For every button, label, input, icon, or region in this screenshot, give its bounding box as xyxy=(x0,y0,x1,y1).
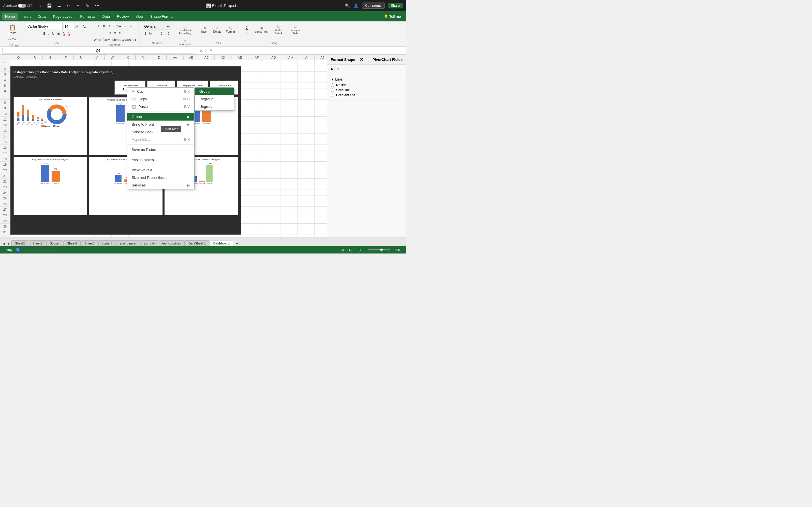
grid-cell[interactable] xyxy=(247,224,264,229)
grid-cell[interactable] xyxy=(196,60,213,66)
chart-age-gender[interactable]: Age Gender Breakdown 18-24 25-34 xyxy=(13,97,87,155)
grid-cell[interactable] xyxy=(247,128,264,133)
conditional-formatting-button[interactable]: 📊 Conditional Formatting xyxy=(176,23,194,37)
grid-cell[interactable] xyxy=(315,66,327,71)
menu-page-layout[interactable]: Page Layout xyxy=(50,13,77,20)
grid-cell[interactable] xyxy=(247,195,264,201)
grid-cell[interactable] xyxy=(298,201,315,207)
comments-button[interactable]: Comments xyxy=(362,3,385,9)
align-bottom-button[interactable]: ⊥ xyxy=(107,23,112,29)
insert-button[interactable]: ⊕ Insert xyxy=(199,23,210,37)
increase-decimal-button[interactable]: ↑.0 xyxy=(157,31,163,37)
grid-cell[interactable] xyxy=(281,111,298,116)
tab-sheet3[interactable]: Sheet3 xyxy=(81,240,98,246)
grid-cell[interactable] xyxy=(281,94,298,100)
grid-cell[interactable] xyxy=(247,190,264,195)
undo-arrow-icon[interactable]: ▾ xyxy=(75,3,81,8)
grid-cell[interactable] xyxy=(315,83,327,88)
grid-cell[interactable] xyxy=(247,145,264,150)
grid-cell[interactable] xyxy=(315,128,327,133)
grid-cell[interactable] xyxy=(247,77,264,82)
add-sheet-icon[interactable]: + xyxy=(235,241,240,246)
ctx-paste[interactable]: 📋 Paste ⌘ V xyxy=(127,103,194,110)
grid-cell[interactable] xyxy=(264,133,281,139)
number-format-selector[interactable]: General xyxy=(143,23,171,30)
grid-cell[interactable] xyxy=(264,167,281,173)
grid-cell[interactable] xyxy=(298,162,315,167)
col-AA[interactable]: AA xyxy=(167,55,184,60)
tab-sheet1[interactable]: Sheet1 xyxy=(29,240,46,246)
grid-cell[interactable] xyxy=(315,218,327,223)
tab-subset[interactable]: Subset xyxy=(46,240,63,246)
grid-cell[interactable] xyxy=(315,167,327,173)
grid-cell[interactable] xyxy=(315,151,327,156)
grid-cell[interactable] xyxy=(298,235,315,237)
zoom-slider[interactable] xyxy=(368,249,390,250)
grid-cell[interactable] xyxy=(264,89,281,94)
grid-cell[interactable] xyxy=(264,71,281,77)
grid-cell[interactable] xyxy=(247,105,264,111)
tab-age-gender[interactable]: age_gender xyxy=(116,240,140,246)
grid-cell[interactable] xyxy=(298,139,315,145)
grid-cell[interactable] xyxy=(298,224,315,229)
col-T[interactable]: T xyxy=(58,55,73,60)
more-icon[interactable]: ••• xyxy=(95,3,100,8)
grid-cell[interactable] xyxy=(129,60,146,66)
grid-cell[interactable] xyxy=(247,156,264,161)
solid-line-radio[interactable] xyxy=(331,89,335,92)
grid-cell[interactable] xyxy=(315,156,327,161)
grid-cell[interactable] xyxy=(298,173,315,178)
grid-cell[interactable] xyxy=(315,133,327,139)
grid-cell[interactable] xyxy=(264,184,281,189)
grid-cell[interactable] xyxy=(247,71,264,77)
menu-home[interactable]: Home xyxy=(2,13,18,20)
grid-cell[interactable] xyxy=(129,235,146,237)
ctx-assign-macro[interactable]: Assign Macro... xyxy=(127,156,194,164)
menu-data[interactable]: Data xyxy=(100,13,113,20)
save-icon[interactable]: 💾 xyxy=(47,3,52,8)
border-button[interactable]: ⊞ xyxy=(56,31,61,37)
grid-cell[interactable] xyxy=(264,156,281,161)
col-S[interactable]: S xyxy=(43,55,58,60)
autosave-toggle[interactable] xyxy=(18,4,26,8)
menu-shape-format[interactable]: Shape Format xyxy=(147,13,176,20)
formula-input[interactable] xyxy=(214,49,404,53)
grid-cell[interactable] xyxy=(315,201,327,207)
italic-button[interactable]: I xyxy=(47,31,50,37)
grid-cell[interactable] xyxy=(247,167,264,173)
grid-cell[interactable] xyxy=(281,100,298,105)
grid-cell[interactable] xyxy=(10,235,27,237)
col-AD[interactable]: AD xyxy=(214,55,232,60)
col-V[interactable]: V xyxy=(89,55,105,60)
grid-cell[interactable] xyxy=(264,162,281,167)
merge-centre-button[interactable]: Merge & Centre ▾ xyxy=(111,37,138,43)
tab-sheet4[interactable]: Sheet4 xyxy=(63,240,81,246)
grid-cell[interactable] xyxy=(298,151,315,156)
grid-cell[interactable] xyxy=(264,218,281,223)
col-AG[interactable]: AG xyxy=(265,55,282,60)
ctx-group[interactable]: Group ▶ xyxy=(127,113,194,121)
grid-cell[interactable] xyxy=(264,60,281,66)
col-AJ[interactable]: AJ xyxy=(315,55,327,60)
grid-cell[interactable] xyxy=(264,83,281,88)
grid-cell[interactable] xyxy=(247,122,264,128)
align-right-button[interactable]: ≡ xyxy=(117,30,121,36)
grid-cell[interactable] xyxy=(281,139,298,145)
grid-cell[interactable] xyxy=(247,162,264,167)
grid-cell[interactable] xyxy=(298,66,315,71)
grid-cell[interactable] xyxy=(281,195,298,201)
function-icon[interactable]: fx xyxy=(210,49,212,53)
col-R[interactable]: R xyxy=(27,55,43,60)
grid-cell[interactable] xyxy=(264,145,281,150)
col-Q[interactable]: Q xyxy=(10,55,27,60)
ctx-size-properties[interactable]: Size and Properties... xyxy=(127,174,194,181)
grid-cell[interactable] xyxy=(247,212,264,218)
grid-cell[interactable] xyxy=(112,60,129,66)
decrease-font-button[interactable]: A↓ xyxy=(82,23,87,30)
cut-button[interactable]: ✂ Cut xyxy=(4,36,20,42)
grid-cell[interactable] xyxy=(95,60,112,66)
grid-cell[interactable] xyxy=(298,190,315,195)
menu-formulas[interactable]: Formulas xyxy=(78,13,98,20)
grid-cell[interactable] xyxy=(61,235,78,237)
scroll-tabs-left-icon[interactable]: ◀ xyxy=(1,241,6,246)
